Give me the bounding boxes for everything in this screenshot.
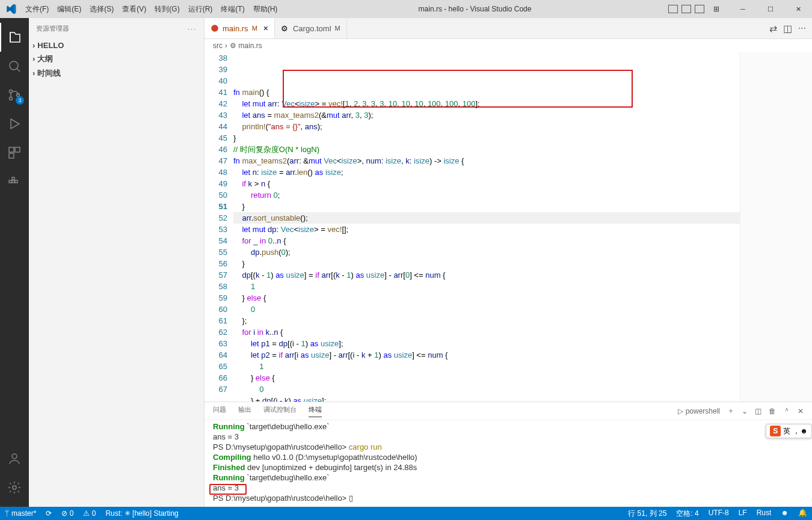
code-line[interactable]: println!("ans = {}", ans); bbox=[233, 121, 740, 132]
close-tab-icon[interactable]: × bbox=[261, 23, 268, 33]
code-line[interactable]: // 时间复杂度O(N * logN) bbox=[233, 144, 740, 155]
language-mode[interactable]: Rust bbox=[752, 509, 777, 517]
code-line[interactable]: arr.sort_unstable(); bbox=[233, 212, 740, 224]
layout-icons[interactable]: ⊞ bbox=[668, 5, 729, 13]
code-line[interactable]: if k > n { bbox=[233, 178, 740, 189]
code-line[interactable]: } bbox=[233, 201, 740, 212]
code-line[interactable]: dp[(k - 1) as usize] = if arr[(k - 1) as… bbox=[233, 269, 740, 281]
close-button[interactable]: ✕ bbox=[784, 0, 812, 18]
code-line[interactable]: let ans = max_teams2(&mut arr, 3, 3); bbox=[233, 109, 740, 121]
terminal-output[interactable]: Running `target\debug\hello.exe`ans = 3P… bbox=[205, 420, 812, 507]
sidebar-section-header[interactable]: 大纲 bbox=[29, 52, 204, 66]
breadcrumb-item[interactable]: src bbox=[213, 41, 223, 50]
explorer-icon[interactable] bbox=[0, 23, 29, 52]
settings-gear-icon[interactable] bbox=[0, 473, 29, 502]
code-line[interactable]: let mut arr: Vec<isize> = vec![1, 2, 3, … bbox=[233, 98, 740, 109]
code-editor[interactable]: fn main() { let mut arr: Vec<isize> = ve… bbox=[233, 52, 740, 402]
menu-item[interactable]: 帮助(H) bbox=[249, 4, 282, 14]
code-line[interactable]: fn main() { bbox=[233, 87, 740, 98]
code-line[interactable]: let p2 = if arr[i as usize] - arr[(i - k… bbox=[233, 349, 740, 361]
git-branch[interactable]: ᛘ master* bbox=[0, 507, 41, 520]
code-line[interactable]: for i in k..n { bbox=[233, 326, 740, 338]
code-line[interactable]: let mut dp: Vec<isize> = vec![]; bbox=[233, 224, 740, 235]
docker-icon[interactable] bbox=[0, 167, 29, 196]
sidebar-section-header[interactable]: HELLO bbox=[29, 39, 204, 52]
breadcrumb[interactable]: src › ⚙ main.rs bbox=[205, 39, 812, 52]
code-line[interactable]: fn max_teams2(arr: &mut Vec<isize>, num:… bbox=[233, 155, 740, 167]
close-panel-icon[interactable]: ✕ bbox=[798, 407, 804, 415]
editor-tab[interactable]: main.rsM× bbox=[205, 18, 275, 38]
editor-tab[interactable]: ⚙Cargo.tomlM bbox=[275, 18, 347, 38]
panel: 问题输出调试控制台终端 ▷ powershell ＋ ⌄ ◫ 🗑 ＾ ✕ Run… bbox=[205, 402, 812, 507]
new-terminal-icon[interactable]: ＋ bbox=[727, 406, 734, 416]
errors-count[interactable]: ⊘ 0 bbox=[57, 507, 78, 520]
line-gutter: 3839404142434445464748495051525354555657… bbox=[205, 52, 233, 402]
code-line[interactable]: 0 bbox=[233, 304, 740, 315]
source-control-icon[interactable]: 3 bbox=[0, 81, 29, 109]
code-line[interactable]: } else { bbox=[233, 372, 740, 384]
menu-item[interactable]: 转到(G) bbox=[150, 4, 183, 14]
terminal-dropdown-icon[interactable]: ⌄ bbox=[742, 407, 748, 415]
panel-tab[interactable]: 终端 bbox=[309, 405, 322, 417]
eol[interactable]: LF bbox=[734, 509, 752, 517]
warnings-count[interactable]: ⚠ 0 bbox=[78, 507, 100, 520]
account-icon[interactable] bbox=[0, 444, 29, 473]
code-line[interactable]: } + dp[(i - k) as usize]; bbox=[233, 395, 740, 402]
more-actions-icon[interactable]: ··· bbox=[798, 23, 806, 34]
minimize-button[interactable]: ─ bbox=[729, 0, 757, 18]
code-line[interactable]: let p1 = dp[(i - 1) as usize]; bbox=[233, 338, 740, 349]
code-line[interactable]: 1 bbox=[233, 361, 740, 372]
kill-terminal-icon[interactable]: 🗑 bbox=[769, 407, 776, 415]
svg-rect-6 bbox=[9, 153, 14, 158]
code-line[interactable]: 0 bbox=[233, 384, 740, 395]
menu-item[interactable]: 终端(T) bbox=[217, 4, 248, 14]
sidebar-more-icon[interactable]: ··· bbox=[188, 25, 197, 32]
rust-status[interactable]: Rust: ✳ [hello] Starting bbox=[100, 507, 183, 520]
split-terminal-icon[interactable]: ◫ bbox=[755, 407, 761, 415]
panel-tab[interactable]: 输出 bbox=[238, 405, 251, 417]
panel-tab[interactable]: 问题 bbox=[213, 405, 226, 417]
menu-item[interactable]: 运行(R) bbox=[184, 4, 217, 14]
svg-rect-9 bbox=[15, 180, 17, 183]
terminal-line: ans = 3 bbox=[213, 432, 804, 442]
gear-icon: ⚙ bbox=[281, 24, 289, 32]
notifications-icon[interactable]: 🔔 bbox=[793, 509, 812, 517]
encoding[interactable]: UTF-8 bbox=[704, 509, 734, 517]
indentation[interactable]: 空格: 4 bbox=[671, 509, 703, 519]
breadcrumb-item[interactable]: ⚙ main.rs bbox=[230, 41, 262, 50]
extensions-icon[interactable] bbox=[0, 138, 29, 167]
titlebar: 文件(F)编辑(E)选择(S)查看(V)转到(G)运行(R)终端(T)帮助(H)… bbox=[0, 0, 812, 18]
maximize-panel-icon[interactable]: ＾ bbox=[783, 406, 790, 416]
window-title: main.rs - hello - Visual Studio Code bbox=[281, 5, 668, 13]
code-line[interactable]: let n: isize = arr.len() as isize; bbox=[233, 167, 740, 178]
panel-tab[interactable]: 调试控制台 bbox=[263, 405, 297, 417]
minimap[interactable] bbox=[740, 52, 812, 402]
code-line[interactable]: return 0; bbox=[233, 189, 740, 201]
sync-icon[interactable]: ⟳ bbox=[41, 507, 57, 520]
maximize-button[interactable]: ☐ bbox=[757, 0, 784, 18]
code-line[interactable]: } else { bbox=[233, 292, 740, 304]
code-line[interactable]: dp.push(0); bbox=[233, 246, 740, 258]
code-line[interactable]: } bbox=[233, 132, 740, 144]
search-icon[interactable] bbox=[0, 52, 29, 81]
code-line[interactable]: } bbox=[233, 258, 740, 269]
code-line[interactable]: }; bbox=[233, 315, 740, 326]
feedback-icon[interactable]: ☻ bbox=[776, 509, 793, 517]
menu-item[interactable]: 编辑(E) bbox=[53, 4, 85, 14]
menu-item[interactable]: 选择(S) bbox=[85, 4, 118, 14]
terminal-profile[interactable]: ▷ powershell bbox=[678, 407, 720, 415]
split-editor-icon[interactable]: ◫ bbox=[783, 23, 792, 34]
editor-body: 3839404142434445464748495051525354555657… bbox=[205, 52, 812, 402]
main-area: 3 资源管理器 ··· HELLO大纲时间线 main.rsM×⚙Cargo.t… bbox=[0, 18, 812, 507]
compare-icon[interactable]: ⇄ bbox=[769, 23, 777, 34]
ime-indicator[interactable]: S 英 ，☻ bbox=[766, 424, 812, 438]
menu-item[interactable]: 文件(F) bbox=[21, 4, 53, 14]
run-debug-icon[interactable] bbox=[0, 109, 29, 138]
code-line[interactable]: 1 bbox=[233, 281, 740, 292]
cursor-position[interactable]: 行 51, 列 25 bbox=[623, 509, 671, 519]
sidebar: 资源管理器 ··· HELLO大纲时间线 bbox=[29, 18, 205, 507]
menu-item[interactable]: 查看(V) bbox=[118, 4, 150, 14]
sidebar-section-header[interactable]: 时间线 bbox=[29, 66, 204, 81]
sidebar-sections: HELLO大纲时间线 bbox=[29, 39, 204, 81]
code-line[interactable]: for _ in 0..n { bbox=[233, 235, 740, 246]
